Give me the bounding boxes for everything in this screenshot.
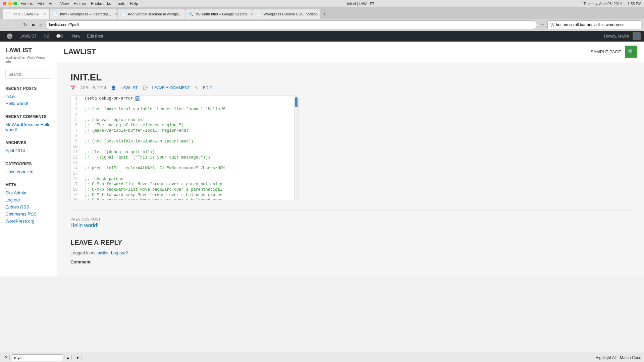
- close-dot[interactable]: [3, 2, 6, 5]
- find-next-button[interactable]: ▼: [74, 355, 82, 360]
- address-bar[interactable]: [49, 22, 533, 27]
- code-row-4: 4: [71, 112, 298, 117]
- category-uncategorized[interactable]: Uncategorized: [0, 168, 57, 175]
- tab-init-el[interactable]: 📄 init.el | LAWLIST ✕: [3, 9, 49, 19]
- line-num: 19: [71, 192, 81, 198]
- ab-howdy[interactable]: Howdy, lawlist: [601, 31, 633, 42]
- logged-in-as-text: Logged in as lawlist. Log out?: [70, 250, 631, 255]
- browser-search-bar[interactable]: W: [547, 20, 641, 29]
- code-row-2: 2: [71, 101, 298, 107]
- code-scrollbar-thumb[interactable]: [295, 97, 298, 107]
- menu-firefox[interactable]: Firefox: [20, 1, 33, 6]
- tab-favicon: 📄: [121, 12, 126, 16]
- meta-entries-rss[interactable]: Entries RSS: [0, 203, 57, 210]
- tab-close-icon[interactable]: ✕: [250, 12, 253, 16]
- ab-new[interactable]: + New: [66, 31, 84, 42]
- code-line: ;; (let ((debug-on-quit nil)): [81, 149, 298, 155]
- tab-close-icon[interactable]: ✕: [43, 12, 46, 16]
- forward-button[interactable]: →: [12, 21, 20, 28]
- ab-site-name[interactable]: LAWLIST: [16, 31, 40, 42]
- line-num: 10: [71, 144, 81, 149]
- menu-file[interactable]: File: [38, 1, 44, 6]
- ab-comments[interactable]: 💬 0: [53, 31, 67, 42]
- maximize-dot[interactable]: [13, 2, 17, 5]
- new-tab-button[interactable]: +: [321, 11, 328, 17]
- browser-search-input[interactable]: [556, 22, 638, 27]
- wp-logo-item[interactable]: W: [3, 31, 16, 42]
- recent-comment-0[interactable]: Mr WordPress on Hello world!: [0, 121, 57, 133]
- logged-in-user-link[interactable]: lawlist: [97, 250, 108, 255]
- code-line: (setq debug-on-error t): [81, 96, 298, 101]
- code-row-14: 14 ;; grep -inIEr --color=ALWAYS -C1 "w3…: [71, 166, 298, 171]
- code-row-6: 6 ;; "The ending of the selected region.…: [71, 123, 298, 128]
- code-row-5: 5 ;; (defvar region-end nil: [71, 117, 298, 123]
- code-line: [81, 144, 298, 149]
- tab-close-icon[interactable]: ✕: [184, 12, 185, 16]
- sidebar-search-input[interactable]: [5, 70, 51, 79]
- post-edit[interactable]: EDIT: [203, 85, 212, 90]
- back-button[interactable]: ←: [3, 21, 11, 28]
- meta-site-admin[interactable]: Site Admin: [0, 189, 57, 196]
- line-num: 3: [71, 107, 81, 112]
- code-row-8: 8: [71, 133, 298, 139]
- home-button[interactable]: ⌂: [38, 21, 44, 28]
- find-bar-input[interactable]: [12, 354, 62, 361]
- header-search-button[interactable]: 🔍: [625, 46, 637, 58]
- line-num: 6: [71, 123, 81, 128]
- menu-edit[interactable]: Edit: [49, 1, 56, 6]
- archives-title: ARCHIVES: [0, 138, 57, 147]
- sample-page-button[interactable]: SAMPLE PAGE: [586, 48, 625, 56]
- find-bar-close-button[interactable]: ✕: [3, 355, 10, 360]
- menu-history[interactable]: History: [74, 1, 86, 6]
- address-bar-wrap[interactable]: [45, 20, 537, 29]
- new-icon: +: [70, 34, 72, 39]
- code-row-17: 17 ;; C-M-n forward-list Move forward ov…: [71, 182, 298, 187]
- code-line: ;; grep -inIEr --color=ALWAYS -C1 "w3m-c…: [81, 166, 298, 171]
- new-label: New: [72, 34, 80, 39]
- archive-april-2014[interactable]: April 2014: [0, 147, 57, 154]
- tab-close-icon[interactable]: ✕: [114, 12, 117, 16]
- code-row-19: 19 ;; C-M-f forward-sexp Move forward ov…: [71, 192, 298, 198]
- recent-comments-title: RECENT COMMENTS: [0, 112, 57, 121]
- code-row-3: 3 ;; (set (make-local-variable 'header-l…: [71, 107, 298, 112]
- ab-avatar[interactable]: 👤: [633, 32, 641, 40]
- wp-admin-bar: W LAWLIST ♺ 2 💬 0 + New Edit Post Howdy,…: [0, 31, 644, 42]
- wp-logo-icon: W: [7, 33, 13, 39]
- tab-div-width-google[interactable]: 🔍 div width html – Google Search ✕: [185, 9, 253, 19]
- post-leave-comment[interactable]: LEAVE A COMMENT: [152, 85, 190, 90]
- meta-wordpress-org[interactable]: WordPress.org: [0, 218, 57, 225]
- highlight-all-option[interactable]: Highlight All: [595, 355, 616, 360]
- minimize-dot[interactable]: [8, 2, 12, 5]
- menu-help[interactable]: Help: [130, 1, 138, 6]
- code-line: ;; "The ending of the selected region."): [81, 123, 298, 128]
- sidebar-search-wrap[interactable]: [0, 67, 57, 84]
- match-case-option[interactable]: Match Case: [620, 355, 641, 360]
- recent-post-init-el[interactable]: init.el: [0, 93, 57, 100]
- menu-view[interactable]: View: [60, 1, 69, 6]
- menu-bookmarks[interactable]: Bookmarks: [91, 1, 111, 6]
- tab-html-wordpress[interactable]: 📄 html - Wordpress -- insert dat... ✕: [50, 9, 117, 19]
- reload-button[interactable]: ↻: [21, 21, 29, 28]
- find-prev-button[interactable]: ▲: [64, 355, 72, 360]
- code-scrollbar[interactable]: [294, 96, 298, 200]
- ab-updates[interactable]: ♺ 2: [40, 31, 53, 42]
- menu-tools[interactable]: Tools: [116, 1, 125, 6]
- code-row-7: 7 ;; (make-variable-buffer-local 'region…: [71, 128, 298, 133]
- meta-comments-rss[interactable]: Comments RSS: [0, 210, 57, 218]
- post-author-icon: 👤: [111, 85, 116, 90]
- stop-button[interactable]: ■: [30, 21, 36, 28]
- tab-wordpress-css[interactable]: 📄 Wordpress Custom CSS, horizon... ✕: [253, 9, 320, 19]
- prev-post-link[interactable]: Hello world!: [70, 223, 99, 228]
- meta-log-out[interactable]: Log out: [0, 196, 57, 203]
- line-num: 12: [71, 155, 81, 160]
- bookmark-button[interactable]: ☆: [538, 21, 546, 28]
- system-clock: Tuesday, April 08, 2014 — 1:55 PM: [584, 2, 641, 6]
- recent-post-hello-world[interactable]: Hello world!: [0, 100, 57, 107]
- tab-add-vertical[interactable]: 📄 Add vertical scrollbar in wordpr... ✕: [118, 9, 185, 19]
- log-out-link[interactable]: Log out?: [111, 250, 128, 255]
- wp-search-icon: W: [550, 22, 554, 27]
- post-author[interactable]: LAWLIST: [121, 85, 138, 90]
- tab-favicon: 📄: [53, 12, 58, 16]
- ab-edit-post[interactable]: Edit Post: [84, 31, 106, 42]
- code-block[interactable]: 1 (setq debug-on-error t) 2 3 ;; (set (m…: [71, 96, 298, 200]
